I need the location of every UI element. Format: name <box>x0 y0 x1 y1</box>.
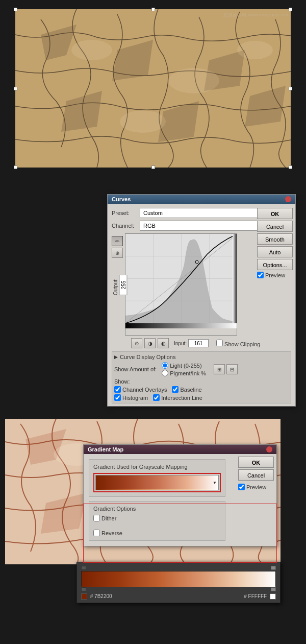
gradient-map-close-button[interactable] <box>266 446 272 452</box>
input-value-input[interactable] <box>188 339 209 347</box>
gradient-map-cancel-button[interactable]: Cancel <box>238 469 274 481</box>
preview-label: Preview <box>265 272 285 278</box>
gradient-editor-bar[interactable] <box>81 571 276 586</box>
channel-overlays-option[interactable]: Channel Overlays <box>114 386 167 393</box>
gradient-map-title: Gradient Map <box>88 446 123 452</box>
reverse-checkbox[interactable] <box>93 530 100 536</box>
gradient-dropdown-arrow[interactable]: ▼ <box>213 481 217 485</box>
light-option[interactable]: Light (0-255) <box>162 362 206 369</box>
cancel-button[interactable]: Cancel <box>257 221 293 232</box>
gradient-editor: # 7B2200 # FFFFFF <box>76 562 280 603</box>
curves-graph-svg[interactable] <box>125 233 237 336</box>
output-value-input[interactable] <box>119 275 128 295</box>
left-color-hex: # 7B2200 <box>90 593 112 599</box>
show-label-row: Show: <box>114 378 289 385</box>
gradient-stop-top-left[interactable] <box>81 566 86 570</box>
gradient-stop-top-right[interactable] <box>271 566 276 570</box>
show-options: Channel Overlays Baseline <box>114 386 289 393</box>
input-row: ⊙ ◑ ◐ Input: Show Clipping <box>131 338 291 348</box>
histogram-option[interactable]: Histogram <box>114 394 148 401</box>
top-image-container: 思源设计网 www.missyuan.com <box>15 9 291 168</box>
curves-titlebar: Curves <box>108 195 295 204</box>
watermark: 思源设计网 www.missyuan.com <box>223 12 288 18</box>
show-clipping-label: Show Clipping <box>224 341 260 347</box>
curve-display-options: ▶ Curve Display Options Show Amount of: … <box>112 351 291 403</box>
gradient-stop-bottom-right[interactable] <box>271 587 276 591</box>
expand-arrow[interactable]: ▶ <box>114 354 118 360</box>
gradient-options-title: Gradient Options <box>93 506 221 512</box>
gradient-map-dialog: Gradient Map OK Cancel Preview Gradient … <box>83 444 277 546</box>
gradient-stop-bottom-left[interactable] <box>81 587 86 591</box>
selection-handle-ml <box>14 87 17 90</box>
svg-point-9 <box>168 68 219 93</box>
preset-label: Preset: <box>112 210 140 216</box>
black-point-tool[interactable]: ◐ <box>158 338 169 348</box>
gradient-left-color: # 7B2200 <box>81 593 112 600</box>
gradient-right-color: # FFFFFF <box>244 593 276 600</box>
gradient-top-stops <box>81 565 276 571</box>
svg-rect-36 <box>82 571 275 587</box>
options-button[interactable]: Options... <box>257 259 293 270</box>
curve-display-title: Curve Display Options <box>120 354 175 360</box>
gradient-section-title: Gradient Used for Grayscale Mapping <box>93 464 221 470</box>
amount-radio-group: Light (0-255) Pigment/Ink % <box>162 362 206 376</box>
right-color-swatch <box>270 593 276 600</box>
gradient-preview-highlighted: ▼ <box>93 473 221 492</box>
auto-button[interactable]: Auto <box>257 246 293 257</box>
gradient-bar-svg <box>96 475 218 489</box>
intersection-line-option[interactable]: Intersection Line <box>153 394 202 401</box>
selection-handle-br <box>289 165 292 169</box>
dither-label: Dither <box>101 515 116 521</box>
pigment-option[interactable]: Pigment/Ink % <box>162 370 206 376</box>
gradient-map-preview-checkbox[interactable] <box>238 484 245 490</box>
grid-10x10-button[interactable]: ⊟ <box>226 364 238 374</box>
selection-handle-tr <box>289 8 292 11</box>
gradient-map-btn-group: OK Cancel Preview <box>236 454 276 493</box>
svg-point-11 <box>237 41 273 59</box>
gradient-map-preview-row: Preview <box>238 484 274 490</box>
show-clipping-row: Show Clipping <box>216 340 260 347</box>
red-connector-line <box>83 504 277 504</box>
grid-4x4-button[interactable]: ⊞ <box>214 364 225 374</box>
white-point-tool[interactable]: ◑ <box>144 338 156 348</box>
curves-dialog: Curves Preset: Custom ≡ Channel: RGB OK … <box>107 194 296 407</box>
right-color-hex: # FFFFFF <box>244 593 267 599</box>
point-tool[interactable]: ⊕ <box>112 248 123 258</box>
gradient-preview-bar[interactable]: ▼ <box>95 475 219 490</box>
red-connector-left <box>83 504 84 562</box>
cracked-earth-top <box>15 9 291 168</box>
dither-option[interactable]: Dither <box>93 515 221 521</box>
svg-point-10 <box>120 110 166 133</box>
pencil-tool[interactable]: ✏ <box>112 236 123 246</box>
curves-btn-group: OK Cancel Smooth Auto Options... Preview <box>254 204 295 282</box>
svg-point-8 <box>71 40 112 60</box>
baseline-option[interactable]: Baseline <box>172 386 201 393</box>
red-connector-right <box>276 504 277 562</box>
preview-row: Preview <box>257 272 293 278</box>
svg-rect-21 <box>125 323 237 328</box>
eyedropper-tool[interactable]: ⊙ <box>131 338 142 348</box>
gradient-section: Gradient Used for Grayscale Mapping <box>89 459 225 497</box>
reverse-option[interactable]: Reverse <box>93 530 221 536</box>
dither-checkbox[interactable] <box>93 515 100 521</box>
gradient-editor-svg <box>82 571 275 587</box>
gradient-map-preview-label: Preview <box>246 484 266 490</box>
gradient-map-content: OK Cancel Preview Gradient Used for Gray… <box>84 454 276 546</box>
smooth-button[interactable]: Smooth <box>257 233 293 245</box>
ok-button[interactable]: OK <box>257 208 293 219</box>
curves-tools-left: ✏ ⊕ <box>112 236 123 258</box>
curves-graph-wrapper: Output: <box>125 233 237 337</box>
preview-checkbox[interactable] <box>257 272 264 278</box>
channel-label: Channel: <box>112 223 140 229</box>
input-label: Input: <box>174 341 187 346</box>
show-clipping-checkbox[interactable] <box>216 340 223 346</box>
gradient-map-ok-button[interactable]: OK <box>238 457 274 468</box>
curves-title: Curves <box>112 196 131 202</box>
show-amount-label: Show Amount of: <box>114 366 157 372</box>
show-options-2: Histogram Intersection Line <box>114 394 289 401</box>
output-label: Output: <box>113 275 128 295</box>
grid-buttons: ⊞ ⊟ <box>214 364 238 374</box>
svg-rect-22 <box>233 234 237 323</box>
close-button[interactable] <box>285 196 291 202</box>
gradient-map-titlebar: Gradient Map <box>84 445 276 454</box>
